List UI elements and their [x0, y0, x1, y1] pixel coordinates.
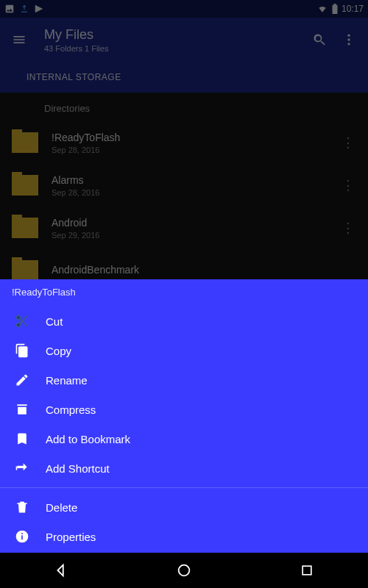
divider — [0, 487, 368, 488]
menu-shortcut[interactable]: Add Shortcut — [0, 453, 368, 483]
menu-label: Delete — [46, 501, 77, 514]
list-item[interactable]: !ReadyToFlash Sep 28, 2016 ⋮ — [0, 121, 368, 164]
svg-point-3 — [347, 38, 350, 40]
play-store-icon — [34, 4, 44, 14]
item-overflow-icon[interactable]: ⋮ — [337, 135, 359, 151]
sheet-target-name: !ReadyToFlash — [0, 279, 368, 306]
section-header: Directories — [0, 93, 368, 121]
list-item[interactable]: Android Sep 29, 2016 ⋮ — [0, 207, 368, 249]
item-name: !ReadyToFlash — [52, 132, 337, 143]
shortcut-icon — [13, 459, 31, 477]
svg-rect-7 — [16, 467, 18, 470]
menu-delete[interactable]: Delete — [0, 492, 368, 522]
svg-rect-9 — [21, 535, 23, 539]
trash-icon — [13, 498, 31, 516]
app-bar: My Files 43 Folders 1 Files — [0, 18, 368, 62]
menu-properties[interactable]: Properties — [0, 522, 368, 551]
file-list: Directories !ReadyToFlash Sep 28, 2016 ⋮… — [0, 93, 368, 279]
status-time: 10:17 — [342, 4, 364, 14]
pencil-icon — [13, 371, 31, 389]
menu-compress[interactable]: Compress — [0, 395, 368, 424]
item-name: AndroidBenchmark — [52, 264, 359, 276]
folder-icon — [12, 260, 38, 279]
item-date: Sep 28, 2016 — [52, 188, 337, 197]
menu-label: Cut — [46, 315, 63, 328]
nav-home[interactable] — [174, 561, 194, 580]
menu-rename[interactable]: Rename — [0, 365, 368, 395]
menu-label: Properties — [46, 531, 96, 543]
copy-icon — [13, 342, 31, 359]
item-overflow-icon[interactable]: ⋮ — [337, 177, 359, 193]
svg-point-4 — [347, 43, 350, 45]
overflow-icon[interactable] — [342, 32, 356, 47]
folder-icon — [12, 218, 38, 238]
svg-rect-10 — [21, 533, 23, 534]
menu-label: Add Shortcut — [46, 462, 110, 475]
image-icon — [4, 4, 15, 14]
tab-internal-storage[interactable]: INTERNAL STORAGE — [26, 72, 121, 82]
menu-copy[interactable]: Copy — [0, 336, 368, 365]
menu-icon[interactable] — [12, 32, 26, 47]
list-item[interactable]: AndroidBenchmark — [0, 249, 368, 279]
svg-point-2 — [347, 35, 350, 37]
bookmark-icon — [13, 430, 31, 448]
folder-icon — [12, 175, 38, 196]
item-date: Sep 29, 2016 — [52, 231, 337, 240]
menu-label: Rename — [46, 374, 88, 387]
battery-icon — [331, 4, 339, 14]
svg-rect-0 — [332, 5, 337, 14]
list-item[interactable]: Alarms Sep 28, 2016 ⋮ — [0, 164, 368, 207]
page-subtitle: 43 Folders 1 Files — [44, 44, 297, 53]
item-overflow-icon[interactable]: ⋮ — [337, 220, 359, 236]
navigation-bar — [0, 553, 368, 588]
archive-icon — [13, 401, 31, 418]
folder-icon — [12, 132, 38, 153]
page-title: My Files — [44, 27, 297, 43]
info-icon — [13, 528, 31, 545]
svg-rect-12 — [302, 566, 311, 575]
menu-label: Add to Bookmark — [46, 433, 130, 445]
item-name: Alarms — [52, 174, 337, 186]
scissors-icon — [13, 312, 31, 330]
tab-bar: INTERNAL STORAGE — [0, 62, 368, 93]
item-date: Sep 28, 2016 — [52, 146, 337, 154]
menu-label: Copy — [46, 345, 71, 357]
menu-label: Compress — [46, 404, 96, 416]
menu-bookmark[interactable]: Add to Bookmark — [0, 424, 368, 453]
svg-point-11 — [179, 565, 190, 576]
menu-cut[interactable]: Cut — [0, 306, 368, 336]
search-icon[interactable] — [312, 32, 327, 47]
nav-recent[interactable] — [297, 561, 316, 580]
download-icon — [19, 4, 29, 14]
context-menu-sheet: !ReadyToFlash Cut Copy Rename Compress — [0, 279, 368, 553]
item-name: Android — [52, 217, 337, 229]
nav-back[interactable] — [52, 561, 71, 580]
wifi-icon — [316, 4, 328, 14]
svg-rect-1 — [333, 4, 336, 5]
status-bar: 10:17 — [0, 0, 368, 18]
